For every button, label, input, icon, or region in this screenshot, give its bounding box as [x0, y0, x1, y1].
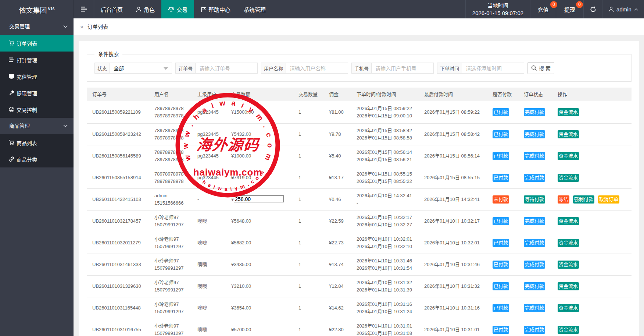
svg-text:海外源码: 海外源码: [196, 137, 261, 153]
svg-text:haiwaiym.com: haiwaiym.com: [193, 167, 262, 178]
